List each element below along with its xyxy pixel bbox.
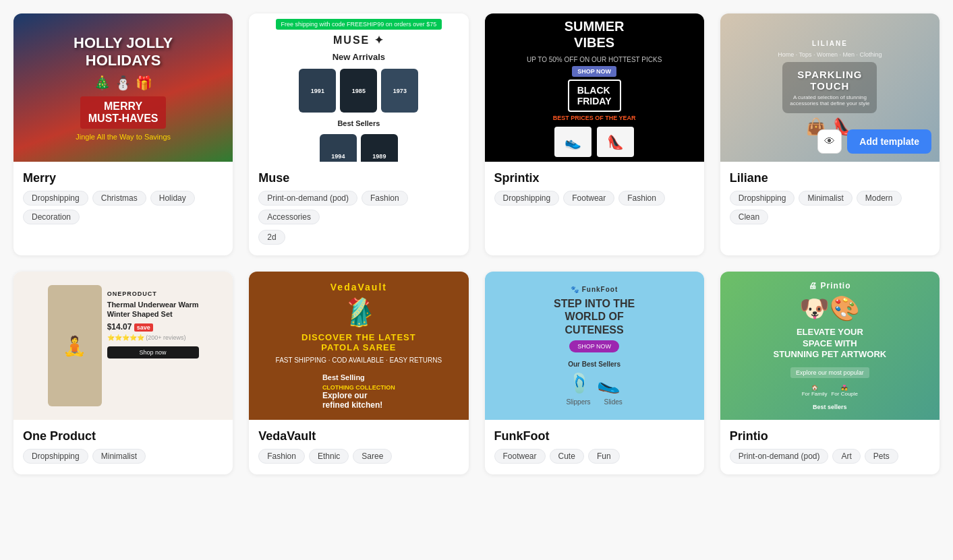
tshirt-2: 1985 (340, 69, 377, 113)
tag-christmas[interactable]: Christmas (92, 191, 146, 206)
muse-eye-button[interactable]: 👁 (347, 129, 371, 154)
tag-holiday[interactable]: Holiday (150, 191, 195, 206)
vedavault-tags: Fashion Ethnic Saree (258, 449, 459, 464)
prod-reviews: ⭐⭐⭐⭐⭐ (200+ reviews) (107, 334, 199, 341)
oneprod-logo: ONEPRODUCT (107, 290, 199, 297)
best-sellers-label: Our Best Sellers (568, 361, 620, 368)
merry-add-template-button[interactable]: Add template (141, 129, 225, 154)
funkfoot-shop-now[interactable]: SHOP NOW (569, 340, 619, 352)
tshirt-1: 1991 (299, 69, 336, 113)
summer-vibes-text: SUMMERVIBES (565, 18, 625, 51)
tag-minimalist-l[interactable]: Minimalist (799, 191, 852, 206)
muse-extra-tags: 2d (258, 230, 459, 245)
merry-tags: Dropshipping Christmas Holiday Decoratio… (23, 191, 223, 224)
tag-dropshipping[interactable]: Dropshipping (23, 191, 88, 206)
vedavault-add-template-button[interactable]: Add template (376, 387, 461, 412)
card-muse-preview: Free shipping with code FREESHIP99 on or… (249, 13, 468, 162)
sprintix-tags: Dropshipping Footwear Fashion (494, 191, 695, 206)
tag-pod-p[interactable]: Print-on-demand (pod) (730, 449, 829, 464)
merry-eye-button[interactable]: 👁 (111, 129, 136, 154)
printio-eye-button[interactable]: 👁 (817, 387, 842, 412)
saree-emoji: 🥻 (342, 297, 376, 328)
oneprod-info: One Product Dropshipping Minimalist (13, 420, 233, 474)
tag-fashion-v[interactable]: Fashion (258, 449, 305, 464)
tag-minimalist-o[interactable]: Minimalist (92, 449, 146, 464)
card-funkfoot-preview: 🐾 FunkFoot STEP INTO THEWORLD OFCUTENESS… (485, 272, 704, 420)
card-printio: 🖨 Printio 🐶🎨 ELEVATE YOURSPACE WITHSTUNN… (720, 272, 940, 474)
liliane-logo: LILIANE (812, 40, 848, 47)
funkfoot-add-template-button[interactable]: Add template (612, 387, 696, 412)
explore-label: Explore our most popular (790, 367, 869, 378)
card-printio-preview: 🖨 Printio 🐶🎨 ELEVATE YOURSPACE WITHSTUNN… (720, 272, 940, 420)
card-sprintix: SUMMERVIBES UP TO 50% OFF ON OUR HOTTEST… (485, 13, 704, 255)
merry-headline: HOLLY JOLLYHOLIDAYS (74, 34, 173, 70)
tag-clean-l[interactable]: Clean (730, 210, 768, 224)
pet-text: ELEVATE YOURSPACE WITHSTUNNING PET ARTWO… (773, 327, 886, 361)
shop-now[interactable]: Shop now (107, 346, 199, 359)
merry-tagline: MERRYMUST-HAVES (80, 96, 167, 129)
best-prices-text: BEST PRICES OF THE YEAR (553, 115, 636, 121)
tag-fashion-s[interactable]: Fashion (618, 191, 665, 206)
card-vedavault: VedaVault 🥻 Discover the latestPatola Sa… (249, 272, 468, 474)
tag-cute-f[interactable]: Cute (550, 449, 584, 464)
oneprod-title: One Product (23, 429, 223, 443)
liliane-tags: Dropshipping Minimalist Modern Clean (730, 191, 930, 224)
saree-sub: FAST SHIPPING · COD AVAILABLE · EASY RET… (276, 356, 442, 364)
muse-info: Muse Print-on-demand (pod) Fashion Acces… (249, 162, 468, 255)
muse-banner: Free shipping with code FREESHIP99 on or… (276, 19, 442, 30)
tag-fun-f[interactable]: Fun (588, 449, 620, 464)
muse-best-sellers: Best Sellers (337, 119, 380, 127)
sprintix-info: Sprintix Dropshipping Footwear Fashion (485, 162, 704, 216)
tag-2d[interactable]: 2d (258, 230, 285, 245)
oneprod-add-template-button[interactable]: Add template (141, 387, 225, 412)
tag-ethnic-v[interactable]: Ethnic (309, 449, 349, 464)
tag-footwear[interactable]: Footwear (563, 191, 614, 206)
muse-tags: Print-on-demand (pod) Fashion Accessorie… (258, 191, 459, 224)
printio-info: Printio Print-on-demand (pod) Art Pets (720, 420, 940, 474)
tag-art-p[interactable]: Art (832, 449, 860, 464)
funkfoot-eye-button[interactable]: 👁 (582, 387, 606, 412)
liliane-eye-button[interactable]: 👁 (817, 129, 842, 154)
tag-saree-v[interactable]: Saree (353, 449, 392, 464)
liliane-hero: SPARKLINGTOUCH A curated selection of st… (782, 62, 877, 113)
tag-fashion[interactable]: Fashion (362, 191, 408, 206)
liliane-add-template-button[interactable]: Add template (847, 129, 931, 154)
tag-modern-l[interactable]: Modern (857, 191, 902, 206)
sprintix-add-template-button[interactable]: Add template (612, 129, 696, 154)
tag-dropshipping-o[interactable]: Dropshipping (23, 449, 88, 464)
card-vedavault-preview: VedaVault 🥻 Discover the latestPatola Sa… (249, 272, 468, 420)
funkfoot-title: FunkFoot (494, 429, 695, 443)
tag-pets-p[interactable]: Pets (865, 449, 898, 464)
funkfoot-info: FunkFoot Footwear Cute Fun (485, 420, 704, 474)
liliane-desc: A curated selection of stunning accessor… (789, 94, 870, 106)
tag-footwear-f[interactable]: Footwear (494, 449, 546, 464)
tag-decoration[interactable]: Decoration (23, 210, 80, 224)
liliane-overlay: 👁 Add template (817, 129, 931, 154)
printio-add-template-button[interactable]: Add template (847, 387, 931, 412)
printio-title: Printio (730, 429, 930, 443)
card-merry-preview: HOLLY JOLLYHOLIDAYS 🎄 ⛄ 🎁 MERRYMUST-HAVE… (13, 13, 233, 162)
tshirt-3: 1973 (381, 69, 418, 113)
liliane-title: Liliane (730, 171, 930, 185)
templates-grid: HOLLY JOLLYHOLIDAYS 🎄 ⛄ 🎁 MERRYMUST-HAVE… (13, 13, 940, 474)
oneprod-tags: Dropshipping Minimalist (23, 449, 223, 464)
tag-dropshipping-s[interactable]: Dropshipping (494, 191, 560, 206)
oneprod-eye-button[interactable]: 👁 (111, 387, 136, 412)
tag-accessories[interactable]: Accessories (258, 210, 320, 224)
tag-pod[interactable]: Print-on-demand (pod) (258, 191, 357, 206)
liliane-info: Liliane Dropshipping Minimalist Modern C… (720, 162, 940, 235)
sparkling-touch-text: SPARKLINGTOUCH (789, 69, 870, 92)
world-text: STEP INTO THEWORLD OFCUTENESS (554, 297, 635, 336)
funkfoot-tags: Footwear Cute Fun (494, 449, 695, 464)
tag-dropshipping-l[interactable]: Dropshipping (730, 191, 795, 206)
card-liliane-preview: LILIANE Home · Tops · Women · Men · Clot… (720, 13, 940, 162)
vedavault-info: VedaVault Fashion Ethnic Saree (249, 420, 468, 474)
model-image: 🧘 (48, 285, 102, 406)
liliane-nav: Home · Tops · Women · Men · Clothing (778, 51, 882, 58)
muse-add-template-button[interactable]: Add template (376, 129, 461, 154)
card-funkfoot: 🐾 FunkFoot STEP INTO THEWORLD OFCUTENESS… (485, 272, 704, 474)
card-oneproduct: 🧘 ONEPRODUCT Thermal Underwear WarmWinte… (13, 272, 233, 474)
vedavault-eye-button[interactable]: 👁 (347, 387, 371, 412)
sprintix-eye-button[interactable]: 👁 (582, 129, 606, 154)
muse-title: Muse (258, 171, 459, 185)
